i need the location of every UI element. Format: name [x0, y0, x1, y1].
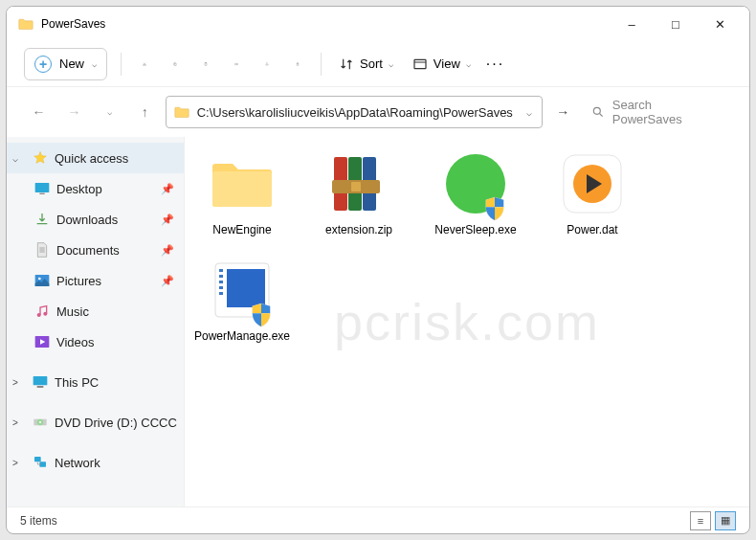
- folder-icon: [209, 157, 276, 211]
- sidebar-label: This PC: [55, 375, 99, 390]
- cut-button[interactable]: [135, 55, 154, 74]
- sidebar-this-pc[interactable]: > This PC: [7, 367, 184, 397]
- svg-rect-32: [219, 275, 223, 278]
- address-path: C:\Users\karolisliucveikis\AppData\Roami…: [197, 105, 513, 120]
- videos-icon: [33, 333, 51, 350]
- folder-icon: [174, 105, 189, 119]
- pin-icon: 📌: [161, 214, 174, 226]
- address-dropdown[interactable]: ⌵: [521, 107, 538, 118]
- sidebar-item-music[interactable]: Music: [7, 296, 184, 326]
- sidebar-label: Downloads: [56, 213, 118, 227]
- content-area: NewEngine extension.zip: [185, 137, 749, 506]
- svg-rect-31: [219, 269, 223, 272]
- rename-button[interactable]: [227, 55, 246, 74]
- file-item-exe[interactable]: NeverSleep.exe: [426, 148, 525, 237]
- address-row: ← → ⌵ ↑ C:\Users\karolisliucveikis\AppDa…: [7, 87, 749, 137]
- svg-rect-36: [227, 269, 265, 307]
- view-button[interactable]: View ⌵: [409, 56, 475, 72]
- item-label: Power.dat: [567, 223, 617, 237]
- music-icon: [33, 303, 51, 320]
- details-view-toggle[interactable]: ≡: [690, 511, 711, 530]
- go-button[interactable]: →: [548, 97, 578, 127]
- pictures-icon: [33, 272, 51, 289]
- view-icon: [412, 56, 428, 72]
- chevron-down-icon: ⌵: [466, 59, 471, 69]
- pin-icon: 📌: [161, 183, 174, 195]
- search-icon: [591, 105, 605, 119]
- icons-view-toggle[interactable]: ▦: [715, 511, 736, 530]
- sort-button[interactable]: Sort ⌵: [335, 56, 397, 72]
- status-bar: 5 items ≡ ▦: [7, 506, 749, 533]
- file-item-archive[interactable]: extension.zip: [309, 148, 409, 237]
- network-icon: [32, 454, 49, 471]
- shield-icon: [251, 303, 272, 327]
- svg-rect-35: [219, 292, 223, 295]
- view-label: View: [434, 56, 460, 71]
- chevron-down-icon: ⌵: [389, 59, 393, 69]
- sidebar-label: Desktop: [56, 182, 102, 196]
- shield-icon: [484, 196, 505, 221]
- svg-rect-9: [39, 193, 44, 194]
- address-bar[interactable]: C:\Users\karolisliucveikis\AppData\Roami…: [166, 96, 543, 128]
- document-icon: [33, 241, 51, 259]
- svg-point-19: [39, 421, 41, 423]
- item-label: NewEngine: [212, 223, 271, 237]
- title-bar: PowerSaves – □ ✕: [7, 7, 749, 41]
- plus-icon: +: [34, 56, 52, 73]
- sidebar-item-pictures[interactable]: Pictures 📌: [7, 265, 184, 296]
- copy-button[interactable]: [166, 55, 185, 74]
- sidebar-item-downloads[interactable]: Downloads 📌: [7, 204, 184, 235]
- window-title: PowerSaves: [41, 17, 610, 31]
- search-placeholder: Search PowerSaves: [612, 98, 724, 126]
- item-label: NeverSleep.exe: [434, 223, 516, 237]
- pc-icon: [32, 373, 49, 391]
- explorer-window: PowerSaves – □ ✕ + New ⌵ Sort ⌵ View ⌵: [6, 6, 750, 534]
- sort-icon: [339, 56, 354, 72]
- more-button[interactable]: ···: [486, 56, 504, 73]
- close-button[interactable]: ✕: [698, 9, 742, 39]
- sidebar-quick-access[interactable]: ⌵ Quick access: [7, 143, 184, 173]
- svg-point-7: [593, 107, 600, 114]
- sidebar-label: Quick access: [55, 151, 128, 166]
- sidebar-label: Documents: [56, 243, 120, 258]
- new-button[interactable]: + New ⌵: [24, 48, 107, 80]
- up-button[interactable]: ↑: [130, 97, 160, 127]
- sidebar-dvd-drive[interactable]: > DVD Drive (D:) CCCC: [7, 407, 184, 438]
- search-input[interactable]: Search PowerSaves: [584, 96, 732, 128]
- maximize-button[interactable]: □: [654, 9, 698, 39]
- svg-rect-2: [174, 63, 176, 65]
- paste-button[interactable]: [196, 55, 215, 74]
- svg-rect-8: [35, 183, 50, 192]
- delete-button[interactable]: [288, 55, 307, 74]
- svg-point-13: [43, 312, 47, 316]
- sidebar-item-desktop[interactable]: Desktop 📌: [7, 173, 184, 204]
- svg-rect-26: [351, 182, 361, 191]
- sort-label: Sort: [360, 56, 383, 71]
- chevron-down-icon: ⌵: [12, 153, 26, 164]
- svg-rect-34: [219, 286, 223, 289]
- svg-rect-5: [235, 63, 237, 64]
- sidebar-network[interactable]: > Network: [7, 447, 184, 478]
- share-button[interactable]: [257, 55, 277, 74]
- sidebar-label: DVD Drive (D:) CCCC: [55, 416, 177, 430]
- file-item-data[interactable]: Power.dat: [543, 148, 642, 237]
- svg-rect-16: [37, 386, 44, 388]
- forward-button[interactable]: →: [59, 97, 89, 127]
- sidebar-item-documents[interactable]: Documents 📌: [7, 235, 184, 265]
- media-icon: [561, 152, 624, 215]
- archive-icon: [330, 153, 388, 214]
- chevron-down-icon: ⌵: [92, 59, 97, 69]
- minimize-button[interactable]: –: [610, 9, 654, 39]
- item-label: extension.zip: [325, 223, 392, 237]
- chevron-right-icon: >: [12, 458, 26, 468]
- recent-button[interactable]: ⌵: [95, 97, 124, 127]
- back-button[interactable]: ←: [24, 97, 54, 127]
- svg-rect-6: [414, 59, 426, 68]
- file-item-exe[interactable]: PowerManage.exe: [192, 255, 292, 344]
- file-item-folder[interactable]: NewEngine: [192, 148, 292, 237]
- svg-point-11: [38, 278, 41, 281]
- toolbar: + New ⌵ Sort ⌵ View ⌵ ···: [7, 41, 749, 87]
- desktop-icon: [33, 180, 51, 197]
- sidebar-item-videos[interactable]: Videos: [7, 326, 184, 357]
- sidebar-label: Videos: [56, 335, 95, 349]
